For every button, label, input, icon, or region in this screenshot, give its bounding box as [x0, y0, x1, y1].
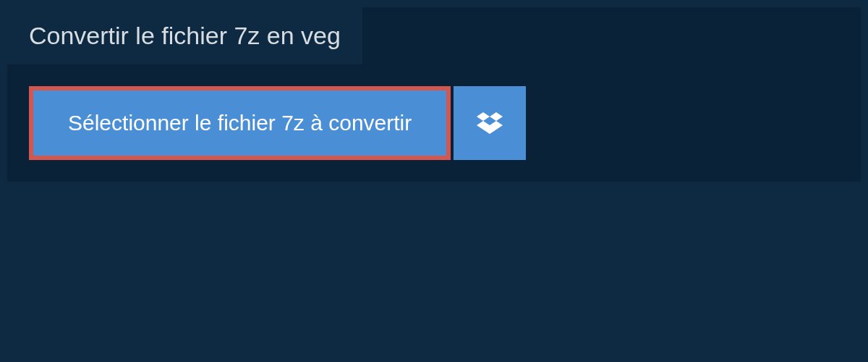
select-file-button[interactable]: Sélectionner le fichier 7z à convertir — [29, 86, 451, 160]
dropbox-icon — [477, 110, 503, 136]
page-title: Convertir le fichier 7z en veg — [7, 7, 362, 64]
dropbox-button[interactable] — [454, 86, 526, 160]
converter-panel: Convertir le fichier 7z en veg Sélection… — [7, 7, 861, 182]
select-file-label: Sélectionner le fichier 7z à convertir — [68, 111, 412, 135]
button-row: Sélectionner le fichier 7z à convertir — [29, 86, 839, 160]
